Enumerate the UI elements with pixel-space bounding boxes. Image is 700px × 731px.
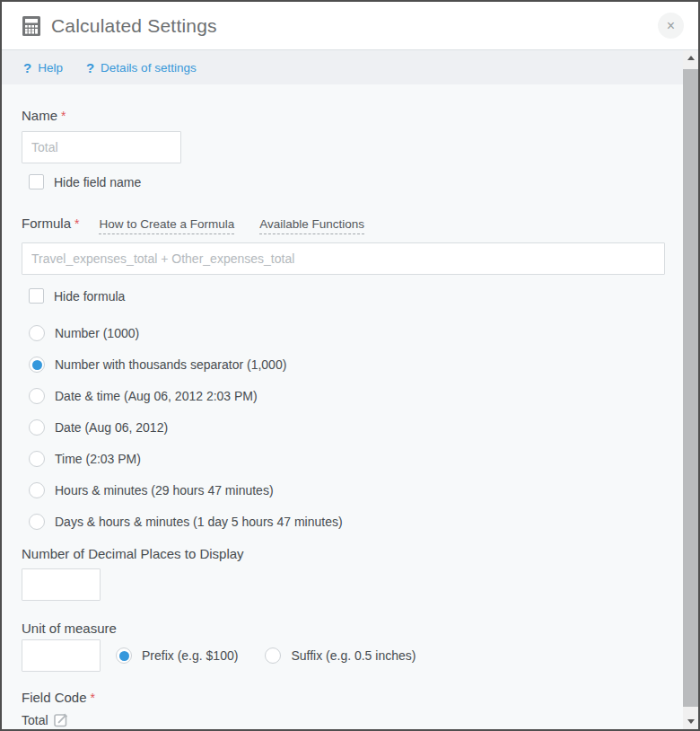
radio-button[interactable] <box>29 482 45 498</box>
close-icon: × <box>667 19 675 33</box>
radio-button[interactable] <box>29 419 45 436</box>
scrollbar-thumb[interactable] <box>683 69 698 707</box>
checkbox-box[interactable] <box>29 174 44 189</box>
scroll-up-arrow[interactable] <box>683 50 698 66</box>
radio-button[interactable] <box>29 514 45 530</box>
triangle-down-icon <box>687 719 695 724</box>
checkbox-box[interactable] <box>29 288 44 304</box>
radio-button[interactable] <box>29 451 45 467</box>
question-icon: ? <box>86 60 94 75</box>
format-option-date[interactable]: Date (Aug 06, 2012) <box>29 419 665 436</box>
dialog-header: Calculated Settings × <box>2 2 698 50</box>
name-label: Name* <box>22 108 665 123</box>
how-to-create-formula-link[interactable]: How to Create a Formula <box>99 217 234 234</box>
dialog-title: Calculated Settings <box>51 15 217 37</box>
hide-formula-label: Hide formula <box>54 289 125 304</box>
unit-suffix-option[interactable]: Suffix (e.g. 0.5 inches) <box>265 647 416 664</box>
details-link-label: Details of settings <box>101 61 197 75</box>
question-icon: ? <box>23 60 31 75</box>
details-of-settings-link[interactable]: ? Details of settings <box>86 60 197 75</box>
edit-field-code-icon[interactable] <box>54 712 69 727</box>
radio-button[interactable] <box>116 647 132 664</box>
scroll-down-arrow[interactable] <box>683 714 698 729</box>
triangle-up-icon <box>687 56 695 60</box>
dialog-content: ? Help ? Details of settings Name* Hide … <box>2 50 698 729</box>
formula-label: Formula* <box>22 216 79 231</box>
radio-button[interactable] <box>29 357 45 373</box>
format-option-time[interactable]: Time (2:03 PM) <box>29 451 665 467</box>
decimal-places-input[interactable] <box>22 568 101 601</box>
radio-button[interactable] <box>29 388 45 404</box>
display-format-options: Number (1000) Number with thousands sepa… <box>22 325 665 530</box>
field-code-label: Field Code* <box>22 690 665 705</box>
format-option-hours-minutes[interactable]: Hours & minutes (29 hours 47 minutes) <box>29 482 665 498</box>
formula-header-row: Formula* How to Create a Formula Availab… <box>22 216 665 234</box>
field-code-value: Total <box>22 713 48 727</box>
close-button[interactable]: × <box>658 13 684 39</box>
help-link-label: Help <box>38 61 63 75</box>
calculator-icon <box>22 15 41 37</box>
formula-input[interactable] <box>22 242 665 275</box>
field-code-row: Total <box>22 712 665 727</box>
unit-prefix-option[interactable]: Prefix (e.g. $100) <box>116 647 238 664</box>
settings-form: Name* Hide field name Formula* How to Cr… <box>2 84 683 727</box>
help-bar: ? Help ? Details of settings <box>2 50 683 84</box>
radio-button[interactable] <box>265 647 281 664</box>
name-input[interactable] <box>22 131 181 163</box>
available-functions-link[interactable]: Available Functions <box>259 217 364 234</box>
unit-of-measure-row: Prefix (e.g. $100) Suffix (e.g. 0.5 inch… <box>22 639 665 672</box>
required-mark: * <box>74 216 79 231</box>
decimal-places-label: Number of Decimal Places to Display <box>22 546 665 561</box>
required-mark: * <box>91 691 95 705</box>
format-option-datetime[interactable]: Date & time (Aug 06, 2012 2:03 PM) <box>29 388 665 404</box>
hide-field-name-checkbox[interactable]: Hide field name <box>29 174 665 189</box>
scrollbar[interactable] <box>683 50 698 729</box>
settings-panel: ? Help ? Details of settings Name* Hide … <box>2 50 683 729</box>
format-option-days-hours-minutes[interactable]: Days & hours & minutes (1 day 5 hours 47… <box>29 514 665 530</box>
required-mark: * <box>61 109 66 123</box>
format-option-number[interactable]: Number (1000) <box>29 325 665 341</box>
radio-button[interactable] <box>29 325 45 341</box>
hide-field-name-label: Hide field name <box>54 175 141 189</box>
calculated-settings-dialog: Calculated Settings × ? Help ? Details o… <box>0 0 700 731</box>
help-link[interactable]: ? Help <box>23 60 63 75</box>
hide-formula-checkbox[interactable]: Hide formula <box>29 288 665 304</box>
format-option-thousands-separator[interactable]: Number with thousands separator (1,000) <box>29 357 665 373</box>
unit-of-measure-label: Unit of measure <box>22 621 665 636</box>
unit-of-measure-input[interactable] <box>22 639 101 672</box>
